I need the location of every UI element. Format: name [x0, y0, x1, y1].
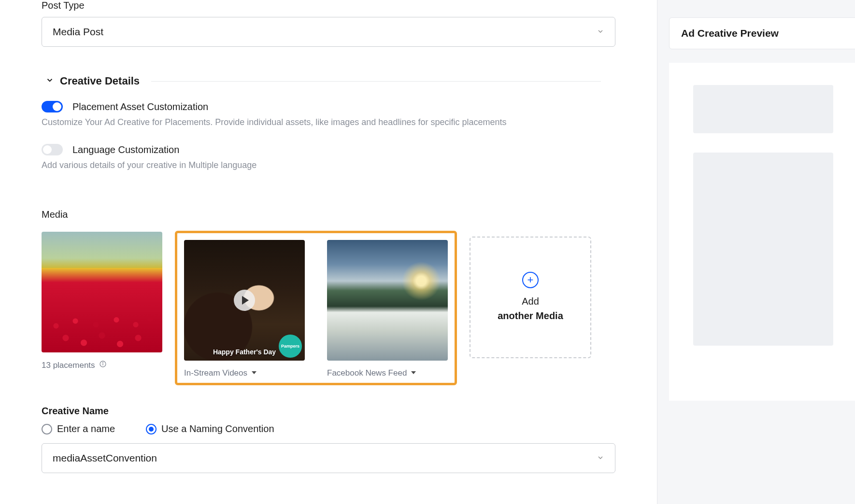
placement-asset-label: Placement Asset Customization — [72, 101, 208, 112]
media-placement-label: In-Stream Videos — [184, 368, 247, 378]
svg-point-2 — [102, 363, 103, 363]
preview-title: Ad Creative Preview — [681, 28, 779, 39]
media-heading: Media — [42, 209, 601, 220]
naming-convention-value: mediaAssetConvention — [53, 452, 157, 464]
placement-asset-toggle[interactable] — [42, 101, 63, 112]
info-icon[interactable] — [99, 360, 107, 370]
svg-marker-3 — [252, 371, 256, 374]
chevron-down-icon — [597, 26, 604, 38]
radio-icon — [146, 424, 157, 434]
highlighted-media-group: Happy Father's Day Pampers In-Stream Vid… — [175, 231, 457, 385]
preview-skeleton — [693, 85, 833, 133]
radio-label: Enter a name — [57, 423, 115, 434]
creative-name-heading: Creative Name — [42, 406, 601, 417]
media-placement-label: Facebook News Feed — [327, 368, 407, 378]
placement-asset-description: Customize Your Ad Creative for Placement… — [42, 117, 601, 127]
radio-naming-convention[interactable]: Use a Naming Convention — [146, 423, 274, 434]
chevron-down-icon — [597, 452, 604, 464]
triangle-down-icon — [251, 368, 257, 378]
plus-icon: + — [522, 272, 539, 288]
radio-icon — [42, 424, 52, 434]
brand-badge: Pampers — [279, 335, 302, 358]
post-type-label: Post Type — [42, 0, 601, 11]
triangle-down-icon — [411, 368, 416, 378]
naming-convention-select[interactable]: mediaAssetConvention — [42, 443, 615, 473]
svg-marker-4 — [411, 371, 416, 374]
play-icon — [234, 290, 255, 311]
add-media-line1: Add — [522, 296, 539, 307]
media-placement-dropdown[interactable]: In-Stream Videos — [184, 368, 305, 378]
add-media-line2: another Media — [498, 310, 563, 321]
creative-details-title: Creative Details — [60, 75, 140, 87]
preview-body — [669, 63, 855, 401]
divider — [151, 81, 601, 82]
creative-details-header[interactable]: Creative Details — [45, 75, 601, 87]
media-placement-dropdown[interactable]: Facebook News Feed — [327, 368, 448, 378]
language-label: Language Customization — [72, 144, 179, 155]
post-type-select[interactable]: Media Post — [42, 17, 615, 47]
media-thumbnail[interactable] — [327, 240, 448, 361]
radio-enter-name[interactable]: Enter a name — [42, 423, 115, 434]
radio-label: Use a Naming Convention — [161, 423, 274, 434]
post-type-value: Media Post — [53, 26, 103, 38]
media-thumbnail-video[interactable]: Happy Father's Day Pampers — [184, 240, 305, 361]
language-description: Add various details of your creative in … — [42, 160, 601, 170]
language-toggle[interactable] — [42, 144, 63, 155]
media-placements-label: 13 placements — [42, 361, 95, 370]
preview-title-card: Ad Creative Preview — [669, 17, 855, 49]
media-thumbnail[interactable] — [42, 232, 162, 352]
preview-skeleton — [693, 153, 833, 346]
chevron-down-icon — [45, 76, 54, 86]
add-media-tile[interactable]: + Add another Media — [470, 237, 591, 358]
